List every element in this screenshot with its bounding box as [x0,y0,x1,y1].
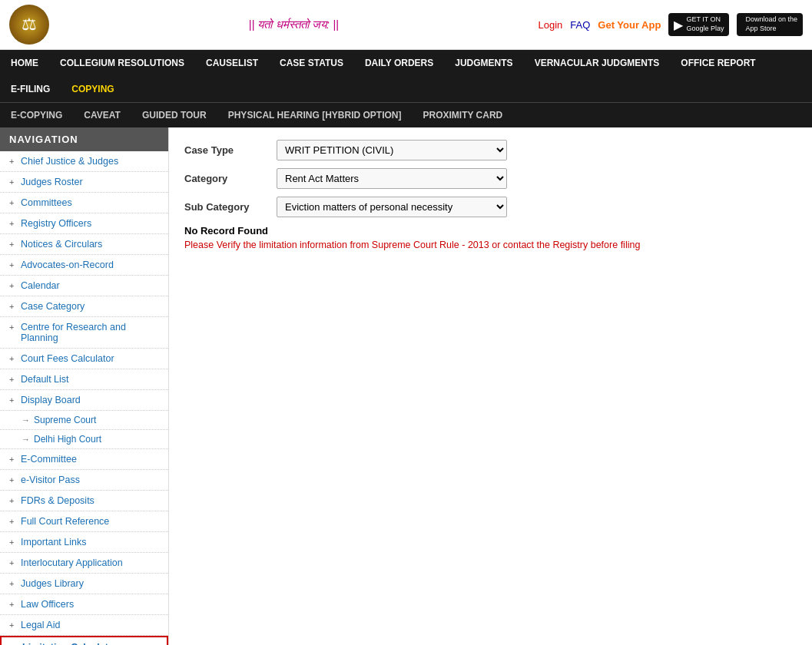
sidebar-item-display-board[interactable]: + Display Board [0,390,168,411]
faq-link[interactable]: FAQ [570,19,590,31]
sidebar-item-case-category[interactable]: + Case Category [0,296,168,317]
subnav-ecopying[interactable]: E-COPYING [0,103,73,127]
sidebar-subitem-supreme-court[interactable]: → Supreme Court [0,411,168,430]
sidebar-item-evisitor-pass[interactable]: + e-Visitor Pass [0,470,168,491]
sidebar-item-label: Court Fees Calculator [21,353,114,364]
nav-judgments[interactable]: JUDGMENTS [444,50,523,76]
app-store-label: Download on theApp Store [745,15,797,33]
subnav-caveat[interactable]: CAVEAT [73,103,131,127]
nav-causelist[interactable]: CAUSELIST [195,50,269,76]
plus-icon: + [9,281,17,290]
subnav-physical-hearing[interactable]: PHYSICAL HEARING [HYBRID OPTION] [217,103,413,127]
top-right-actions: Login FAQ Get Your App ▶ GET IT ONGoogle… [538,13,803,35]
plus-icon: + [9,302,17,311]
sidebar-item-chief-justice[interactable]: + Chief Justice & Judges [0,151,168,172]
sub-category-label: Sub Category [184,201,277,213]
sidebar-item-label: E-Committee [21,454,77,465]
nav-office-report[interactable]: OFFICE REPORT [670,50,766,76]
main-navigation: HOME COLLEGIUM RESOLUTIONS CAUSELIST CAS… [0,50,812,102]
sidebar-subitem-label: Delhi High Court [34,434,101,445]
sidebar-item-calendar[interactable]: + Calendar [0,276,168,296]
sidebar-subitem-label: Supreme Court [34,415,96,425]
sidebar-item-law-officers[interactable]: + Law Officers [0,594,168,615]
sidebar-item-legal-aid[interactable]: + Legal Aid [0,615,168,636]
plus-icon: + [9,517,17,526]
sidebar-item-label: Judges Library [21,578,84,589]
sidebar-item-label: Committees [21,197,72,208]
sidebar-item-committees[interactable]: + Committees [0,193,168,213]
main-content: Case Type WRIT PETITION (CIVIL) Category… [169,127,812,645]
plus-icon: + [9,455,17,464]
nav-home[interactable]: HOME [0,50,49,76]
category-label: Category [184,173,277,184]
arrow-icon: → [22,415,30,425]
sidebar-item-label: Display Board [21,395,81,405]
nav-vernacular-judgments[interactable]: VERNACULAR JUDGMENTS [524,50,671,76]
sidebar-item-label: Centre for Research and Planning [21,322,161,343]
court-logo: ⚖ [9,5,49,45]
plus-icon: + [9,198,17,207]
plus-icon: + [9,375,17,384]
sub-category-select[interactable]: Eviction matters of personal necessity [277,197,507,217]
sub-navigation: E-COPYING CAVEAT GUIDED TOUR PHYSICAL HE… [0,102,812,127]
sidebar-item-label: Law Officers [21,599,74,610]
sidebar-item-ecommittee[interactable]: + E-Committee [0,449,168,470]
google-play-icon: ▶ [674,18,683,32]
sidebar-item-label: Full Court Reference [21,516,109,527]
category-select[interactable]: Rent Act Matters [277,168,507,189]
sidebar-item-interlocutary-application[interactable]: + Interlocutary Application [0,553,168,574]
subnav-proximity-card[interactable]: PROXIMITY CARD [413,103,514,127]
nav-daily-orders[interactable]: DAILY ORDERS [354,50,444,76]
sidebar-item-label: Case Category [21,301,85,312]
login-link[interactable]: Login [538,19,562,31]
sidebar-item-notices-circulars[interactable]: + Notices & Circulars [0,234,168,255]
plus-icon: + [9,177,17,187]
plus-icon: + [9,579,17,588]
sidebar-item-limitation-calculator[interactable]: + Limitation Calculator [0,636,168,645]
plus-icon: + [9,558,17,567]
sidebar: NAVIGATION + Chief Justice & Judges + Ju… [0,127,169,645]
sidebar-item-label: Registry Officers [21,218,91,229]
plus-icon: + [9,322,17,332]
arrow-icon: → [22,435,30,444]
case-type-select[interactable]: WRIT PETITION (CIVIL) [277,140,507,160]
plus-icon: + [9,620,17,630]
plus-icon: + [9,240,17,249]
sidebar-item-label: Chief Justice & Judges [21,156,118,167]
nav-efiling[interactable]: E-FILING [0,76,61,102]
case-type-row: Case Type WRIT PETITION (CIVIL) [184,140,691,160]
sidebar-item-registry-officers[interactable]: + Registry Officers [0,213,168,234]
logo-area: ⚖ [9,5,49,45]
subnav-guided-tour[interactable]: GUIDED TOUR [131,103,217,127]
sidebar-item-label: Legal Aid [21,620,60,630]
sidebar-item-judges-roster[interactable]: + Judges Roster [0,172,168,193]
no-record-text: No Record Found [184,225,797,237]
sidebar-item-label: Limitation Calculator [22,642,118,645]
sidebar-item-label: FDRs & Deposits [21,495,94,506]
sidebar-subitem-delhi-high-court[interactable]: → Delhi High Court [0,430,168,449]
nav-case-status[interactable]: CASE STATUS [269,50,354,76]
case-type-label: Case Type [184,144,277,156]
sidebar-header: NAVIGATION [0,127,168,151]
nav-collegium[interactable]: COLLEGIUM RESOLUTIONS [49,50,195,76]
sidebar-item-label: Default List [21,374,69,385]
sidebar-item-fdrs-deposits[interactable]: + FDRs & Deposits [0,491,168,511]
app-store-button[interactable]: Download on theApp Store [737,13,803,35]
sidebar-item-default-list[interactable]: + Default List [0,369,168,390]
sidebar-item-important-links[interactable]: + Important Links [0,532,168,553]
google-play-button[interactable]: ▶ GET IT ONGoogle Play [668,13,729,35]
sidebar-item-court-fees[interactable]: + Court Fees Calculator [0,349,168,369]
body-layout: NAVIGATION + Chief Justice & Judges + Ju… [0,127,812,645]
sidebar-item-label: Important Links [21,537,86,547]
sidebar-item-full-court-reference[interactable]: + Full Court Reference [0,511,168,532]
nav-copying[interactable]: COPYING [61,76,124,102]
plus-icon: + [9,600,17,609]
plus-icon: + [9,219,17,228]
tagline: || यतो धर्मस्ततो जय: || [49,18,538,31]
get-app-link[interactable]: Get Your App [598,19,661,31]
category-row: Category Rent Act Matters [184,168,691,189]
sidebar-item-label: Interlocutary Application [21,557,123,568]
sidebar-item-centre-research[interactable]: + Centre for Research and Planning [0,317,168,349]
sidebar-item-advocates-on-record[interactable]: + Advocates-on-Record [0,255,168,276]
sidebar-item-judges-library[interactable]: + Judges Library [0,574,168,594]
